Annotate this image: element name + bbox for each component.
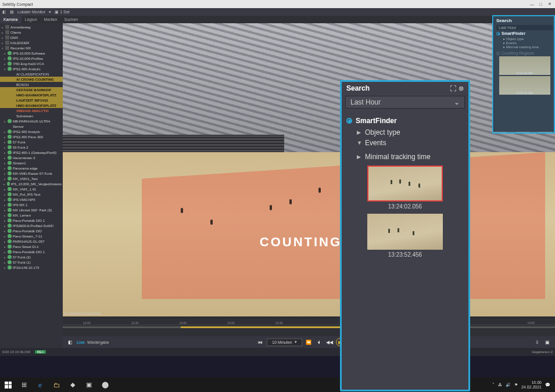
tree-row[interactable]: ▸IPS2,400 Analytic xyxy=(0,129,63,134)
result-thumbnail[interactable] xyxy=(367,166,443,202)
toolbar-item[interactable]: ▾ xyxy=(49,10,51,15)
maximize-button[interactable]: □ xyxy=(538,1,544,7)
tree-row[interactable]: ▸MX. Lernen xyxy=(0,213,63,218)
tree-row[interactable]: ▸MX_VMX_1.91 xyxy=(0,186,63,192)
tab-legion[interactable]: Legion xyxy=(22,16,41,23)
tree-row[interactable]: ▸IPS2,400-1 (Gateway/Port0) xyxy=(0,150,63,155)
tree-row[interactable]: BOSCH xyxy=(0,82,63,87)
tree-row[interactable]: ▸MX-VMD-Raster-57-Funk xyxy=(0,171,63,176)
tree-row[interactable]: ▸IPS-10,000-Software xyxy=(0,51,63,56)
tree-row[interactable]: ▸IPS-10,000-Profiles xyxy=(0,56,63,61)
tree-row[interactable]: ▸57 Funk xyxy=(0,139,63,145)
tree-row[interactable]: LAUFZEIT 30F1410 xyxy=(0,98,63,103)
minimize-button[interactable]: — xyxy=(529,1,535,7)
tree-row[interactable]: ▸57 Funk (1) xyxy=(0,260,63,265)
tree-row[interactable]: ▸Anmeldeweg xyxy=(0,24,63,30)
skip-back-icon[interactable]: ⏮ xyxy=(256,338,264,346)
tree-row[interactable]: ▸7/50-Eng-KaDi-VCA xyxy=(0,61,63,66)
timeline[interactable]: 12:0012:3013:0013:2013:3014:00 xyxy=(63,317,555,336)
popup-expand-icon[interactable]: ⛶ xyxy=(450,85,456,92)
smartfinder-option[interactable]: SmartFinder xyxy=(496,31,553,35)
tab-suchen[interactable]: Suchen xyxy=(61,16,82,23)
tree-row[interactable]: ▸DMX xyxy=(0,35,63,40)
popup-range-select[interactable]: Last Hour ⌄ xyxy=(345,96,465,109)
tree-row[interactable]: ▸IPS MX 1 xyxy=(0,202,63,207)
mini-sub-item[interactable]: ▸ Object type xyxy=(503,37,553,41)
tray-icon[interactable]: 🖧 xyxy=(498,383,502,387)
tree-row[interactable]: ▸MX_VMX1_Test xyxy=(0,176,63,181)
toolbar-item[interactable]: ▣ 1 Set xyxy=(55,10,69,15)
export-icon[interactable]: ⇩ xyxy=(533,338,541,346)
tree-row[interactable]: ▾IPS2,400-Analytic xyxy=(0,66,63,71)
tree-row[interactable]: ▸IP10x149.10.173 xyxy=(0,265,63,270)
time-range-select[interactable]: Last Hour xyxy=(496,25,553,30)
tree-row[interactable]: ▸Pano Street DI-1 xyxy=(0,244,63,249)
tree-row[interactable]: ▸59 Funk 2 xyxy=(0,145,63,150)
tree-row[interactable]: ▸IPS-VMD-NPII xyxy=(0,197,63,202)
tree-row[interactable]: ▸Pano-Portaldk DID xyxy=(0,228,63,233)
tree-row[interactable]: ▸Clients xyxy=(0,30,63,35)
search-panel-mini: Search Last Hour SmartFinder ▸ Object ty… xyxy=(493,16,555,132)
tree-row[interactable]: Substream xyxy=(0,113,63,118)
toolbar-item[interactable]: ◧ xyxy=(2,10,6,15)
tree-row[interactable]: ▸Pano-Portaldk DID 1 xyxy=(0,249,63,254)
snapshot-icon[interactable]: ▣ xyxy=(543,338,552,346)
tree-row[interactable]: ▸MB-PARKHAUS ULTRA xyxy=(0,118,63,124)
tree-row[interactable]: ▸IPS2,400 Pano 360 xyxy=(0,134,63,139)
tree-row[interactable]: ▸Hausmeister 2 xyxy=(0,155,63,160)
tree-row[interactable]: ▸Pano-Portaldk DID 1 xyxy=(0,218,63,223)
app-icon[interactable]: ▣ xyxy=(81,379,96,391)
smartfinder-radio[interactable]: SmartFinder xyxy=(346,117,464,125)
explorer-icon[interactable]: 🗀 xyxy=(49,379,64,391)
counting-regions-option[interactable]: Counting Regions xyxy=(496,51,553,55)
tree-row[interactable]: ▸MX Uhrzeit 360° Park (S) xyxy=(0,207,63,213)
app-icon[interactable]: ◆ xyxy=(65,379,80,391)
mini-thumbnail[interactable]: 13:23:52.456 xyxy=(499,76,550,95)
tray-icon[interactable]: ⚑ xyxy=(514,383,518,387)
app-icon[interactable]: ⬤ xyxy=(98,379,113,391)
tree-row[interactable]: ▸MX_PoI_IPS-Test xyxy=(0,192,63,197)
prev-frame-icon[interactable]: ⏴ xyxy=(315,338,323,346)
tray-icon[interactable]: ˄ xyxy=(492,383,495,387)
tree-row[interactable]: GEFÄSSE BAHNHOF xyxy=(0,87,63,92)
tray-icon[interactable]: 🔊 xyxy=(506,383,511,387)
pane-toggle-icon[interactable]: ◧ xyxy=(66,338,74,346)
device-tree-sidebar[interactable]: ▸Anmeldeweg▸Clients▸DMX▸KALENDER▾Recorde… xyxy=(0,23,63,348)
rewind-icon[interactable]: ◀◀ xyxy=(325,338,334,346)
close-button[interactable]: ✕ xyxy=(546,1,553,7)
mini-sub-item[interactable]: ▸ Events xyxy=(503,41,553,45)
tree-row[interactable]: HMO-BAHNHOFSPLATZ xyxy=(0,103,63,108)
tree-row[interactable]: AI CROWD COUNTING xyxy=(0,77,63,82)
taskview-icon[interactable]: ⊞ xyxy=(16,379,31,391)
tree-row[interactable]: ▸KALENDER xyxy=(0,40,63,45)
mini-sub-item[interactable]: ▸ Minimal tracking time xyxy=(503,45,553,49)
toolbar-item[interactable]: ▤ xyxy=(10,10,14,15)
object-type-section[interactable]: ▶ Object type xyxy=(357,128,464,136)
tree-row[interactable]: ▾Recorder MX xyxy=(0,45,63,51)
start-button[interactable] xyxy=(1,379,15,391)
notifications-icon[interactable]: 💬 xyxy=(545,383,550,387)
tree-row[interactable]: ▸PARKHAUS-GL-057 xyxy=(0,239,63,244)
tree-row[interactable]: AI CLASSIFICATION xyxy=(0,71,63,77)
result-thumbnail[interactable] xyxy=(367,214,443,250)
tree-row[interactable]: ▸Stream1 xyxy=(0,160,63,166)
taskbar-clock[interactable]: 16.06 24.02.2021 xyxy=(521,380,542,390)
tree-row[interactable]: ▸IPS_10,000_MK_Vergleichstests xyxy=(0,181,63,186)
step-back-icon[interactable]: ⏪ xyxy=(305,338,313,346)
tree-row[interactable]: ▸Panorama edge xyxy=(0,166,63,171)
edge-icon[interactable]: e xyxy=(33,379,48,391)
video-viewport[interactable]: COUNTING AREA AI CROWD COUNTING xyxy=(63,23,555,317)
tree-row[interactable]: Sensor xyxy=(0,124,63,129)
tree-row[interactable]: ▸Pano-Stream_7-11 xyxy=(0,233,63,239)
tree-row[interactable]: ▸IPS2600-6-Profiled-SuWD xyxy=(0,223,63,228)
tab-medien[interactable]: Medien xyxy=(41,16,61,23)
events-section[interactable]: ▼ Events xyxy=(357,139,464,147)
tree-row[interactable]: ▸57 Funk (2) xyxy=(0,254,63,260)
mini-thumbnail[interactable]: 13:24:02.056 xyxy=(499,56,550,75)
tree-row[interactable]: VMD/AIS ANALYTIC xyxy=(0,108,63,113)
tab-kamera[interactable]: Kamera xyxy=(0,16,22,23)
speed-select[interactable]: 10 Minuten ▾ xyxy=(267,339,302,346)
min-tracking-section[interactable]: ▶ Minimal tracking time xyxy=(357,153,464,161)
popup-close-icon[interactable]: ⊗ xyxy=(459,85,464,92)
tree-row[interactable]: HMO-BAHNHOFSPLATZ xyxy=(0,92,63,98)
